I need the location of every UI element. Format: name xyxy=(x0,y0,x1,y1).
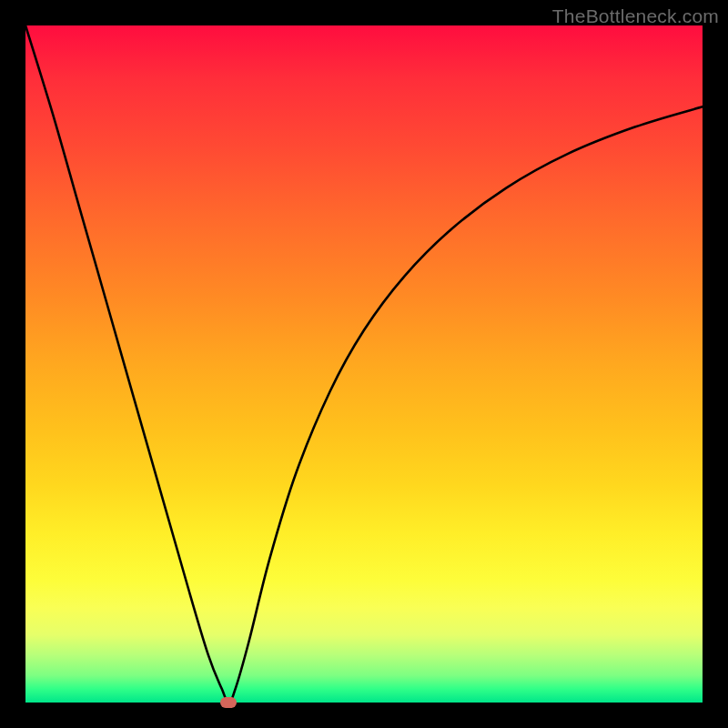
plot-area xyxy=(25,25,703,703)
curve-svg xyxy=(25,25,703,703)
bottleneck-curve-path xyxy=(25,25,703,703)
chart-frame: TheBottleneck.com xyxy=(0,0,728,728)
minimum-marker xyxy=(220,697,237,708)
watermark-text: TheBottleneck.com xyxy=(552,5,719,27)
